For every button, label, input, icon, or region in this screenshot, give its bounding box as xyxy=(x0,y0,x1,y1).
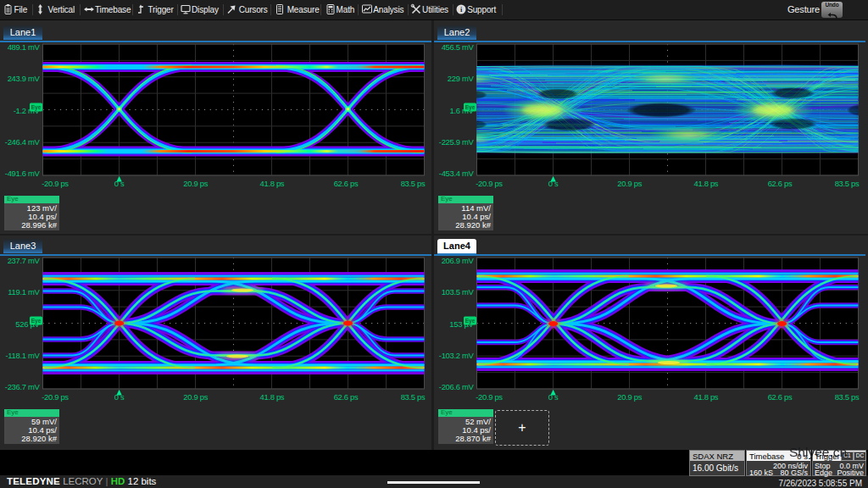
svg-text:62.6 ps: 62.6 ps xyxy=(334,179,359,188)
svg-text:20.9 ps: 20.9 ps xyxy=(183,392,208,402)
svg-text:119.1 mV: 119.1 mV xyxy=(8,287,40,297)
svg-text:456.5 mV: 456.5 mV xyxy=(442,42,475,52)
svg-text:243.9 mV: 243.9 mV xyxy=(8,74,41,83)
svg-text:20.9 ps: 20.9 ps xyxy=(183,179,208,188)
svg-text:20.9 ps: 20.9 ps xyxy=(617,179,642,188)
svg-text:Eye: Eye xyxy=(465,104,476,111)
svg-text:-491.6 mV: -491.6 mV xyxy=(5,169,41,178)
svg-text:-103.2 mV: -103.2 mV xyxy=(439,351,475,360)
svg-text:-206.6 mV: -206.6 mV xyxy=(439,382,475,391)
svg-text:237.7 mV: 237.7 mV xyxy=(8,256,41,265)
svg-text:41.8 ps: 41.8 ps xyxy=(260,179,285,188)
svg-text:-20.9 ps: -20.9 ps xyxy=(42,179,69,188)
svg-text:Eye: Eye xyxy=(31,318,42,324)
svg-text:41.8 ps: 41.8 ps xyxy=(694,179,719,188)
svg-text:83.5 ps: 83.5 ps xyxy=(401,392,426,402)
svg-text:83.5 ps: 83.5 ps xyxy=(401,179,426,188)
svg-text:83.5 ps: 83.5 ps xyxy=(835,179,860,188)
svg-text:20.9 ps: 20.9 ps xyxy=(617,392,642,402)
svg-text:-20.9 ps: -20.9 ps xyxy=(476,392,503,402)
svg-text:103.5 mV: 103.5 mV xyxy=(442,287,475,297)
svg-text:41.8 ps: 41.8 ps xyxy=(260,392,285,402)
svg-text:83.5 ps: 83.5 ps xyxy=(835,392,860,402)
svg-text:62.6 ps: 62.6 ps xyxy=(768,392,793,402)
svg-text:-236.7 mV: -236.7 mV xyxy=(5,382,41,391)
svg-text:206.9 mV: 206.9 mV xyxy=(442,256,475,265)
svg-text:62.6 ps: 62.6 ps xyxy=(334,392,359,402)
svg-text:62.6 ps: 62.6 ps xyxy=(768,179,793,188)
svg-text:-20.9 ps: -20.9 ps xyxy=(476,179,503,188)
svg-text:Eye: Eye xyxy=(31,104,42,111)
svg-text:229 mV: 229 mV xyxy=(448,74,475,83)
svg-text:489.1 mV: 489.1 mV xyxy=(8,42,41,52)
svg-text:-453.4 mV: -453.4 mV xyxy=(439,169,475,178)
svg-text:-246.4 mV: -246.4 mV xyxy=(5,137,41,147)
svg-text:-225.9 mV: -225.9 mV xyxy=(439,137,475,147)
svg-text:Eye: Eye xyxy=(465,318,476,324)
svg-text:-118.1 mV: -118.1 mV xyxy=(6,351,41,360)
svg-text:41.8 ps: 41.8 ps xyxy=(694,392,719,402)
svg-text:-20.9 ps: -20.9 ps xyxy=(42,392,69,402)
